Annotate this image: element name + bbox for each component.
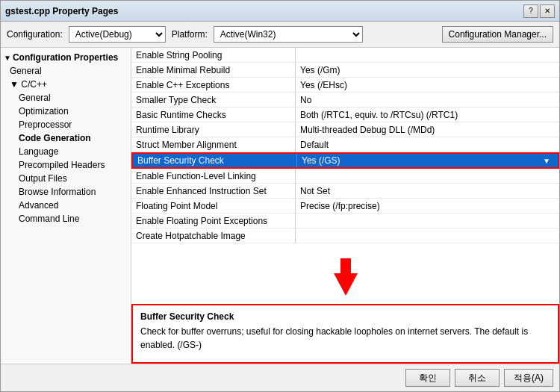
prop-value-12 bbox=[296, 228, 559, 243]
prop-name-12: Create Hotpatchable Image bbox=[131, 228, 296, 243]
sidebar-item-cpp[interactable]: ▼ C/C++ bbox=[1, 78, 131, 91]
prop-name-10: Floating Point Model bbox=[131, 199, 296, 213]
sidebar-item-code-generation[interactable]: Code Generation bbox=[1, 131, 131, 145]
ok-button[interactable]: 확인 bbox=[405, 369, 450, 387]
prop-table: Enable String Pooling Enable Minimal Reb… bbox=[131, 48, 559, 304]
prop-value-9: Not Set bbox=[296, 184, 559, 198]
sidebar: ▼ Configuration Properties General ▼ C/C… bbox=[1, 48, 131, 364]
table-row[interactable]: Enable Function-Level Linking bbox=[131, 169, 559, 184]
sidebar-item-language[interactable]: Language bbox=[1, 145, 131, 158]
main-content: ▼ Configuration Properties General ▼ C/C… bbox=[1, 47, 559, 364]
apply-button[interactable]: 적용(A) bbox=[504, 369, 553, 387]
dropdown-arrow-icon[interactable]: ▼ bbox=[543, 157, 553, 165]
arrow-down-icon bbox=[331, 258, 361, 296]
sidebar-item-command-line[interactable]: Command Line bbox=[1, 212, 131, 225]
table-row[interactable]: Enable C++ Exceptions Yes (/EHsc) bbox=[131, 78, 559, 93]
close-button[interactable]: ✕ bbox=[540, 4, 555, 18]
sidebar-item-cpp-general[interactable]: General bbox=[1, 91, 131, 105]
table-row[interactable]: Enable Enhanced Instruction Set Not Set bbox=[131, 184, 559, 199]
prop-name-0: Enable String Pooling bbox=[131, 48, 296, 62]
table-row-selected[interactable]: Buffer Security Check Yes (/GS) ▼ bbox=[131, 152, 559, 169]
table-row[interactable]: Floating Point Model Precise (/fp:precis… bbox=[131, 199, 559, 214]
table-row[interactable]: Runtime Library Multi-threaded Debug DLL… bbox=[131, 122, 559, 137]
table-row[interactable]: Enable String Pooling bbox=[131, 48, 559, 63]
properties-panel: Enable String Pooling Enable Minimal Reb… bbox=[131, 48, 559, 364]
svg-rect-1 bbox=[340, 258, 351, 275]
sidebar-item-precompiled-headers[interactable]: Precompiled Headers bbox=[1, 158, 131, 172]
cpp-arrow: ▼ bbox=[10, 79, 19, 90]
prop-value-8 bbox=[296, 169, 559, 183]
platform-label: Platform: bbox=[172, 29, 208, 40]
info-text: Check for buffer overruns; useful for cl… bbox=[140, 325, 550, 352]
prop-value-2: Yes (/EHsc) bbox=[296, 78, 559, 92]
prop-value-4: Both (/RTC1, equiv. to /RTCsu) (/RTC1) bbox=[296, 108, 559, 122]
sidebar-item-config-properties[interactable]: ▼ Configuration Properties bbox=[1, 51, 131, 64]
prop-value-5: Multi-threaded Debug DLL (/MDd) bbox=[296, 122, 559, 137]
bottom-bar: 확인 취소 적용(A) bbox=[1, 364, 559, 391]
prop-value-7: Yes (/GS) ▼ bbox=[297, 154, 558, 167]
table-row[interactable]: Enable Minimal Rebuild Yes (/Gm) bbox=[131, 63, 559, 78]
expand-arrow: ▼ bbox=[4, 54, 11, 62]
title-bar-buttons: ? ✕ bbox=[523, 4, 555, 18]
window-title: gstest.cpp Property Pages bbox=[5, 6, 118, 16]
prop-name-8: Enable Function-Level Linking bbox=[131, 169, 296, 183]
help-button[interactable]: ? bbox=[523, 4, 538, 18]
prop-name-7: Buffer Security Check bbox=[133, 154, 297, 167]
prop-value-1: Yes (/Gm) bbox=[296, 63, 559, 77]
svg-marker-0 bbox=[334, 273, 358, 296]
table-row[interactable]: Struct Member Alignment Default bbox=[131, 137, 559, 152]
prop-name-5: Runtime Library bbox=[131, 122, 296, 137]
configuration-manager-button[interactable]: Configuration Manager... bbox=[442, 26, 553, 43]
prop-value-10: Precise (/fp:precise) bbox=[296, 199, 559, 213]
prop-name-11: Enable Floating Point Exceptions bbox=[131, 214, 296, 228]
arrow-down-container bbox=[131, 243, 559, 303]
prop-name-3: Smaller Type Check bbox=[131, 93, 296, 107]
sidebar-item-preprocessor[interactable]: Preprocessor bbox=[1, 118, 131, 131]
sidebar-item-browse-info[interactable]: Browse Information bbox=[1, 185, 131, 199]
info-title: Buffer Security Check bbox=[140, 311, 550, 322]
prop-value-3: No bbox=[296, 93, 559, 107]
prop-name-2: Enable C++ Exceptions bbox=[131, 78, 296, 92]
title-bar: gstest.cpp Property Pages ? ✕ bbox=[1, 1, 559, 22]
sidebar-item-output-files[interactable]: Output Files bbox=[1, 172, 131, 185]
prop-value-6: Default bbox=[296, 137, 559, 152]
sidebar-item-optimization[interactable]: Optimization bbox=[1, 105, 131, 118]
prop-value-11 bbox=[296, 214, 559, 228]
prop-name-1: Enable Minimal Rebuild bbox=[131, 63, 296, 77]
table-row[interactable]: Basic Runtime Checks Both (/RTC1, equiv.… bbox=[131, 108, 559, 122]
config-label: Configuration: bbox=[7, 29, 63, 40]
prop-value-0 bbox=[296, 48, 559, 62]
platform-select[interactable]: Active(Win32) bbox=[214, 26, 363, 43]
cancel-button[interactable]: 취소 bbox=[455, 369, 500, 387]
info-panel: Buffer Security Check Check for buffer o… bbox=[131, 304, 559, 364]
main-window: gstest.cpp Property Pages ? ✕ Configurat… bbox=[0, 0, 560, 392]
configuration-select[interactable]: Active(Debug) bbox=[69, 26, 166, 43]
sidebar-item-general[interactable]: General bbox=[1, 64, 131, 78]
prop-name-6: Struct Member Alignment bbox=[131, 137, 296, 152]
sidebar-item-advanced[interactable]: Advanced bbox=[1, 199, 131, 212]
prop-name-4: Basic Runtime Checks bbox=[131, 108, 296, 122]
table-row[interactable]: Create Hotpatchable Image bbox=[131, 228, 559, 243]
table-row[interactable]: Enable Floating Point Exceptions bbox=[131, 214, 559, 228]
config-bar: Configuration: Active(Debug) Platform: A… bbox=[1, 22, 559, 47]
table-row[interactable]: Smaller Type Check No bbox=[131, 93, 559, 108]
prop-name-9: Enable Enhanced Instruction Set bbox=[131, 184, 296, 198]
